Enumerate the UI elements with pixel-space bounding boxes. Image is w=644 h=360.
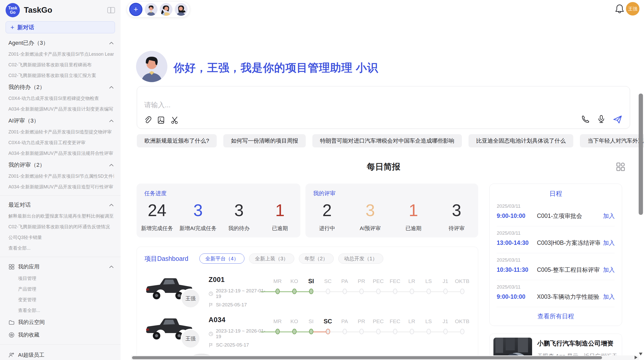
image-icon[interactable] — [157, 116, 165, 124]
agent-avatar-2[interactable] — [160, 3, 172, 16]
app-item[interactable]: 产品管理 — [18, 287, 114, 292]
project-dashboard-card: 项目Dashboard 全新平台（4） 全新上装（3） 年型（2） 动总开发（1… — [137, 247, 478, 360]
suggestion-chip[interactable]: 特朗普可能对进口汽车增税会对中国车企造成哪些影响 — [312, 134, 462, 147]
vertical-scrollbar-thumb[interactable] — [639, 94, 643, 215]
milestone-label: OKTB — [455, 318, 469, 325]
section-header-ai-review[interactable]: AI评审（3） — [8, 118, 114, 124]
schedule-name: C001-立项审批会 — [537, 212, 600, 220]
milestone-label: PA — [341, 277, 348, 285]
milestone: FEC — [387, 318, 403, 350]
tab-new-body[interactable]: 全新上装（3） — [249, 253, 294, 264]
sidebar-item-my-apps[interactable]: 我的应用 — [8, 263, 114, 270]
cloud-folder-icon — [8, 319, 15, 325]
attachment-paperclip-icon[interactable] — [144, 116, 152, 124]
sidebar-task-item[interactable]: A034-全新新能源MUV产品开发项目造型可行性评审 — [8, 184, 114, 189]
sidebar-task-item[interactable]: C0X4-动力总成开发项目SI里程碑提交物检查 — [8, 96, 114, 101]
phone-call-icon[interactable] — [581, 115, 590, 124]
agent-avatar-1[interactable] — [145, 3, 157, 16]
sidebar-item-ai-super-staff[interactable]: AI超级员工 — [8, 351, 114, 358]
schedule-date: 2025/03/11 — [497, 257, 615, 263]
milestone: LR — [403, 318, 420, 350]
suggestion-chip[interactable]: 欧洲新规最近颁布了什么? — [137, 134, 217, 147]
scissors-icon[interactable] — [170, 116, 179, 124]
sidebar-item-favorites[interactable]: 我的收藏 — [8, 331, 114, 338]
my-review-stats: 2 进行中 3 AI预评审 1 已逾期 3 待评审 — [305, 200, 478, 232]
project-info: Z001 2023-12-19 ~ 2027-01-19 SI-2025-05-… — [209, 276, 269, 309]
app-item[interactable]: 查看全部... — [18, 308, 114, 313]
sidebar: Task Go TaskGo + 新对话 Agent已办（3） Z001-全新燃… — [0, 0, 121, 360]
owner-badge: 王强 — [181, 289, 200, 308]
sidebar-task-item[interactable]: A034-全新新能源MUV产品开发项目法规符合性评审 — [8, 151, 114, 156]
stat: 3 待评审 — [435, 200, 478, 232]
milestone-dot — [427, 329, 431, 334]
stat-value: 2 — [305, 200, 349, 220]
suggestion-chip[interactable]: 当下年轻人对汽车外观有怎样的喜好趋势 — [580, 134, 644, 147]
suggestion-chip[interactable]: 如何写一份清晰的项目周报 — [223, 134, 306, 147]
recent-chat-item[interactable]: 查看全部... — [8, 246, 114, 251]
chevron-up-icon — [109, 85, 114, 89]
sidebar-task-item[interactable]: Z001-全新燃油皮卡产品开发项目SI节点Lesson Learn报告 — [8, 52, 114, 57]
section-header-my-review[interactable]: 我的评审（2） — [8, 162, 114, 168]
sidebar-task-item[interactable]: C02-飞腾新能源轻客改款项目里程碑画布 — [8, 62, 114, 67]
join-button[interactable]: 加入 — [603, 266, 615, 274]
sidebar-collapse-icon[interactable] — [107, 7, 115, 13]
sidebar-header: Task Go TaskGo — [0, 0, 121, 19]
join-button[interactable]: 加入 — [603, 212, 615, 220]
sidebar-task-item[interactable]: C0X4-动力总成开发项目工程变更评审 — [8, 140, 114, 145]
tab-new-platform[interactable]: 全新平台（4） — [199, 253, 244, 264]
scroll-right-arrow[interactable] — [635, 356, 637, 359]
recent-chat-item[interactable]: C02-飞腾新能源轻客改款项目的闭环通告反馈情况 — [8, 224, 114, 229]
milestone-dot — [376, 289, 380, 294]
milestone: J1 — [437, 318, 454, 350]
chat-input[interactable] — [144, 101, 526, 109]
milestone-timeline: MR KO SI — [269, 318, 471, 350]
sidebar-body: Agent已办（3） Z001-全新燃油皮卡产品开发项目SI节点Lesson L… — [0, 33, 121, 360]
sidebar-task-item[interactable]: C02-飞腾新能源轻客改款项目立项汇报方案 — [8, 73, 114, 78]
new-chat-label: 新对话 — [17, 24, 34, 31]
tab-model-year[interactable]: 年型（2） — [299, 253, 334, 264]
recent-chat-item[interactable]: 解释最新出台的欧盟报废车法规再生塑料比例被调至15%... — [8, 214, 114, 219]
send-icon[interactable] — [612, 114, 623, 124]
milestone: OKTB — [454, 277, 471, 309]
schedule-item: 2025/03/11 9:00-10:00 C001-立项审批会 加入 — [497, 199, 615, 226]
sidebar-task-item[interactable]: Z001-全新燃油轻卡产品开发项目SI节点属性5D文件评审 — [8, 174, 114, 179]
card-title: 任务进度 — [144, 190, 167, 197]
stat: 1 已逾期 — [392, 200, 435, 232]
join-button[interactable]: 加入 — [603, 293, 615, 301]
tab-powertrain[interactable]: 动总开发（1） — [338, 253, 383, 264]
add-agent-button[interactable]: + — [129, 3, 142, 16]
section-header-recent-chats[interactable]: 最近对话 — [8, 202, 114, 208]
divider — [0, 257, 121, 257]
user-avatar[interactable]: 王强 — [626, 2, 639, 16]
section-header-my-todo[interactable]: 我的待办（2） — [8, 84, 114, 90]
join-button[interactable]: 加入 — [603, 239, 615, 247]
project-flag: SI-2025-05-17 — [209, 302, 269, 308]
microphone-icon[interactable] — [597, 115, 606, 124]
project-row-a034[interactable]: 王强 A034 2023-12-19 ~ 2026-01-19 — [137, 309, 478, 350]
app-item[interactable]: 项目管理 — [18, 276, 114, 281]
milestone-dot — [326, 329, 330, 334]
new-chat-button[interactable]: + 新对话 — [6, 21, 115, 33]
layout-grid-icon[interactable] — [616, 162, 626, 172]
sidebar-item-cloud-space[interactable]: 我的云空间 — [8, 319, 114, 326]
notifications-bell-icon[interactable] — [614, 4, 625, 15]
horizontal-scrollbar-thumb[interactable] — [132, 356, 602, 359]
recent-chat-item[interactable]: 公司Q3轻卡销量 — [8, 235, 114, 240]
milestone: KO — [286, 277, 303, 309]
dashboard-title: 项目Dashboard — [144, 254, 188, 263]
milestone: PA — [336, 277, 353, 309]
suggestion-chip[interactable]: 比亚迪全固态电池计划具体说了什么 — [469, 134, 573, 147]
section-header-agent-done[interactable]: Agent已办（3） — [8, 40, 114, 46]
project-row-z001[interactable]: 王强 Z001 2023-12-19 ~ 2027-01-19 — [137, 269, 478, 309]
chevron-up-icon — [109, 41, 114, 45]
sidebar-task-item[interactable]: Z001-全新燃油轻卡产品开发项目SI造型提交物评审 — [8, 129, 114, 134]
milestone-dot — [343, 329, 347, 334]
agents-pill: + — [127, 1, 190, 18]
agent-avatar-3[interactable] — [175, 3, 187, 16]
plus-icon: + — [10, 23, 14, 31]
view-all-schedule-link[interactable]: 查看所有日程 — [490, 312, 622, 320]
sidebar-task-item[interactable]: A034-全新新能源MUV产品开发项目计划变更表编写 — [8, 107, 114, 112]
star-badge-icon — [8, 332, 15, 338]
scroll-down-arrow[interactable] — [639, 353, 642, 355]
app-item[interactable]: 变更管理 — [18, 297, 114, 302]
